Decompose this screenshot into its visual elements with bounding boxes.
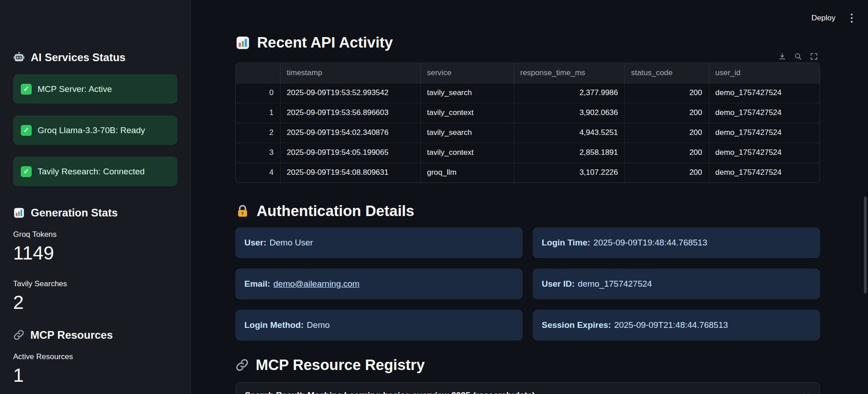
info-user: User: Demo User [235,227,523,258]
kebab-menu-icon[interactable] [849,12,854,24]
cell-user-id: demo_1757427524 [709,103,820,123]
email-link[interactable]: demo@ailearning.com [273,279,359,289]
chevron-down-icon [801,391,811,394]
info-label: Session Expires: [542,320,611,330]
info-value: Demo [307,320,330,330]
cell-status-code: 200 [625,83,709,103]
cell-response-time: 2,377.9986 [514,83,625,103]
status-label: Groq Llama-3.3-70B: Ready [38,125,145,135]
link-icon [235,358,249,372]
bar-chart-icon [235,35,250,50]
metric-active-resources: Active Resources 1 [13,352,177,386]
info-login-time: Login Time: 2025-09-09T19:48:44.768513 [533,227,820,258]
stats-title: Generation Stats [13,206,177,219]
cell-status-code: 200 [625,123,709,143]
scrollbar-thumb[interactable] [864,197,867,293]
col-header-timestamp[interactable]: timestamp [280,63,420,83]
auth-col-right: Login Time: 2025-09-09T19:48:44.768513 U… [533,227,820,341]
info-value: 2025-09-09T19:48:44.768513 [593,238,707,248]
download-icon[interactable] [778,52,787,61]
main-content: Recent API Activity [235,0,820,394]
status-label: Tavily Research: Connected [38,167,145,177]
api-activity-title: Recent API Activity [235,34,820,52]
sidebar-section-services: AI Services Status ✓ MCP Server: Active … [13,51,177,186]
fullscreen-icon[interactable] [810,52,818,61]
table-row: 4 2025-09-09T19:54:08.809631 groq_llm 3,… [236,163,820,183]
cell-status-code: 200 [625,103,709,123]
auth-details-title-text: Authentication Details [257,202,414,220]
dataframe-toolbar [235,52,818,61]
cell-service: tavily_search [420,83,514,103]
cell-response-time: 3,902.0636 [514,103,625,123]
table-row: 0 2025-09-09T19:53:52.993542 tavily_sear… [236,83,820,103]
auth-col-left: User: Demo User Email: demo@ailearning.c… [235,227,523,341]
info-label: Email: [244,279,270,289]
cell-timestamp: 2025-09-09T19:53:52.993542 [280,83,420,103]
check-icon: ✓ [21,166,32,177]
app-header: Deploy [811,12,854,24]
services-title-text: AI Services Status [31,51,125,64]
sidebar-section-stats: Generation Stats Groq Tokens 1149 Tavily… [13,206,177,313]
col-header-index[interactable] [236,63,280,83]
check-icon: ✓ [21,125,32,136]
cell-index: 1 [236,103,280,123]
cell-response-time: 3,107.2226 [514,163,625,183]
col-header-user-id[interactable]: user_id [709,63,820,83]
cell-response-time: 4,943.5251 [514,123,625,143]
registry-title: MCP Resource Registry [235,356,820,374]
status-label: MCP Server: Active [38,84,112,94]
cell-service: tavily_context [420,143,514,163]
cell-service: tavily_search [420,123,514,143]
expander-label: Search Result: Machine Learning basics o… [245,390,535,394]
table-row: 2 2025-09-09T19:54:02.340876 tavily_sear… [236,123,820,143]
info-value: demo_1757427524 [578,279,652,289]
lock-icon [235,204,250,218]
auth-grid: User: Demo User Email: demo@ailearning.c… [235,227,820,341]
metric-label: Active Resources [13,352,177,361]
metric-tavily-searches: Tavily Searches 2 [13,279,177,313]
stats-title-text: Generation Stats [31,206,118,219]
cell-index: 4 [236,163,280,183]
table-row: 1 2025-09-09T19:53:56.896603 tavily_cont… [236,103,820,123]
metric-value: 1 [13,365,177,386]
col-header-service[interactable]: service [420,63,514,83]
resources-title-text: MCP Resources [30,328,113,341]
metric-label: Groq Tokens [13,230,177,239]
cell-response-time: 2,858.1891 [514,143,625,163]
table-row: 3 2025-09-09T19:54:05.199065 tavily_cont… [236,143,820,163]
api-activity-table[interactable]: timestamp service response_time_ms statu… [235,62,820,183]
check-icon: ✓ [21,84,32,95]
search-icon[interactable] [794,52,802,61]
cell-status-code: 200 [625,163,709,183]
cell-index: 2 [236,123,280,143]
info-user-id: User ID: demo_1757427524 [533,269,820,299]
bar-chart-icon [13,207,25,219]
info-login-method: Login Method: Demo [235,310,523,341]
cell-service: groq_llm [420,163,514,183]
main-area: Deploy Recent API Activity [191,0,868,394]
status-tavily: ✓ Tavily Research: Connected [13,157,177,186]
cell-timestamp: 2025-09-09T19:54:05.199065 [280,143,420,163]
sidebar: AI Services Status ✓ MCP Server: Active … [0,0,191,394]
deploy-button[interactable]: Deploy [811,14,835,23]
cell-service: tavily_context [420,103,514,123]
cell-timestamp: 2025-09-09T19:54:02.340876 [280,123,420,143]
registry-title-text: MCP Resource Registry [256,356,425,374]
cell-status-code: 200 [625,143,709,163]
cell-user-id: demo_1757427524 [709,163,820,183]
info-label: Login Method: [244,320,304,330]
auth-details-title: Authentication Details [235,202,820,220]
col-header-response-time[interactable]: response_time_ms [514,63,625,83]
metric-groq-tokens: Groq Tokens 1149 [13,230,177,264]
services-title: AI Services Status [13,51,177,64]
info-label: User ID: [542,279,575,289]
col-header-status-code[interactable]: status_code [625,63,709,83]
status-groq-llama: ✓ Groq Llama-3.3-70B: Ready [13,115,177,145]
cell-timestamp: 2025-09-09T19:54:08.809631 [280,163,420,183]
cell-user-id: demo_1757427524 [709,143,820,163]
table-header-row: timestamp service response_time_ms statu… [236,63,820,83]
info-value: Demo User [270,238,313,248]
info-label: Login Time: [542,238,590,248]
resource-expander[interactable]: Search Result: Machine Learning basics o… [235,382,820,394]
cell-user-id: demo_1757427524 [709,83,820,103]
